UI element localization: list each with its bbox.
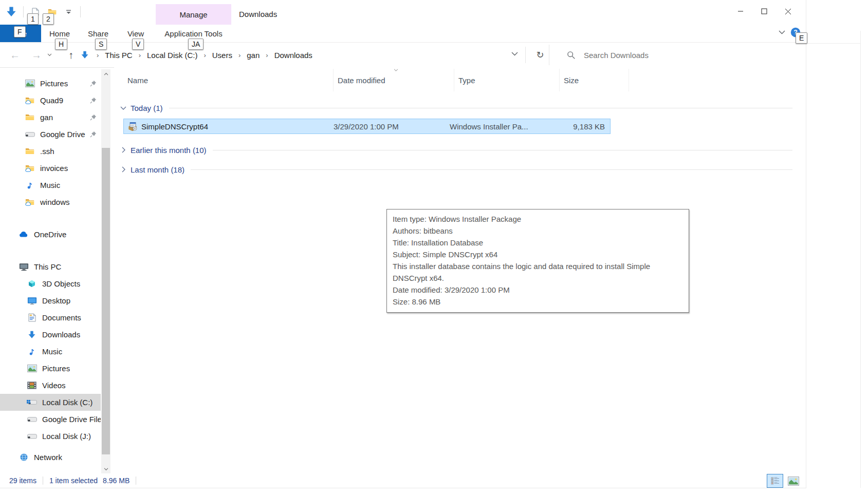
minimize-button[interactable] (729, 0, 752, 23)
sidebar-item-documents[interactable]: Documents (0, 309, 101, 326)
keytip-view: V (132, 39, 144, 50)
column-header-label: Name (127, 76, 148, 85)
chevron-down-icon[interactable] (119, 106, 127, 110)
scroll-up-arrow-icon[interactable] (101, 69, 110, 78)
sidebar-item-quad9[interactable]: Quad9 (0, 92, 101, 109)
chevron-right-icon[interactable] (119, 147, 127, 153)
sidebar-item-google-drive[interactable]: Google Drive (0, 126, 101, 143)
column-header-date-modified[interactable]: Date modified (334, 69, 454, 91)
breadcrumb-segment[interactable]: Local Disk (C:) (146, 50, 198, 61)
group-header-last-month[interactable]: Last month (18) (119, 163, 801, 176)
file-type: Windows Installer Pa... (450, 122, 528, 131)
background-window-edge (860, 31, 861, 488)
sidebar-item-windows[interactable]: windows (0, 194, 101, 211)
breadcrumb-segment[interactable]: Users (211, 50, 233, 61)
divider (525, 47, 526, 63)
window-title: Downloads (239, 10, 277, 18)
group-header-today[interactable]: Today (1) (119, 102, 801, 114)
details-view-button[interactable] (767, 474, 783, 488)
file-row-simplednscrypt64[interactable]: SimpleDNSCrypt643/29/2020 1:00 PMWindows… (123, 119, 611, 134)
keytip-application-tools: JA (188, 39, 204, 50)
pin-icon (90, 131, 97, 138)
sidebar-item-downloads[interactable]: Downloads (0, 326, 101, 343)
column-header-size[interactable]: Size (560, 69, 629, 91)
sidebar-item-label: 3D Objects (42, 279, 80, 288)
background-window-edge (806, 43, 860, 44)
sidebar-item-label: .ssh (40, 147, 54, 156)
group-separator-line (213, 150, 792, 150)
chevron-right-icon[interactable] (119, 166, 127, 173)
selection-count: 1 item selected (49, 476, 98, 485)
status-bar: 29 items 1 item selected 8.96 MB (0, 473, 806, 488)
sidebar-item-label: Local Disk (C:) (42, 398, 93, 407)
forward-button[interactable]: → (26, 50, 47, 60)
customize-qat-dropdown-icon[interactable] (62, 5, 75, 18)
sidebar-item-local-disk-c[interactable]: Local Disk (C:) (0, 394, 101, 411)
items-count: 29 items (9, 476, 36, 485)
sidebar-item-videos[interactable]: Videos (0, 377, 101, 394)
column-header-type[interactable]: Type (454, 69, 560, 91)
close-button[interactable] (776, 0, 800, 23)
desktop-icon (27, 297, 37, 305)
breadcrumb-segment[interactable]: Downloads (273, 50, 313, 61)
sidebar-item-label: This PC (34, 262, 61, 271)
sidebar-item-pictures[interactable]: Pictures (0, 75, 101, 92)
scrollbar-thumb[interactable] (102, 148, 110, 454)
sidebar-item-gan[interactable]: gan (0, 109, 101, 126)
breadcrumb-chevron-icon[interactable]: › (198, 51, 211, 59)
downloads-location-icon (5, 5, 17, 18)
address-dropdown-chevron-icon[interactable] (511, 52, 518, 56)
refresh-button[interactable]: ↻ (531, 46, 549, 64)
sidebar-item-network[interactable]: Network (0, 449, 101, 466)
search-box[interactable] (549, 45, 800, 65)
scroll-down-arrow-icon[interactable] (101, 465, 110, 473)
folder-cloud-icon (25, 97, 35, 104)
sidebar-item-onedrive[interactable]: OneDrive (0, 226, 101, 243)
breadcrumb-chevron-icon[interactable]: › (134, 51, 146, 59)
expand-ribbon-chevron-icon[interactable] (779, 30, 785, 34)
group-header-earlier-this-month[interactable]: Earlier this month (10) (119, 144, 801, 156)
breadcrumb-chevron-icon[interactable]: › (233, 51, 246, 59)
sidebar-item-music[interactable]: Music (0, 177, 101, 194)
sidebar-item-pictures[interactable]: Pictures (0, 360, 101, 377)
breadcrumb-segment[interactable]: This PC (104, 50, 133, 61)
column-header-name[interactable]: Name (123, 69, 334, 91)
sidebar-item-label: Documents (42, 313, 81, 322)
sidebar-item-local-disk-j[interactable]: Local Disk (J:) (0, 428, 101, 445)
keytip-share: S (95, 39, 107, 50)
breadcrumb-chevron-icon[interactable]: › (91, 51, 104, 59)
divider (23, 6, 24, 17)
thumbnails-view-button[interactable] (785, 474, 802, 488)
address-bar[interactable]: ›This PC›Local Disk (C:)›Users›gan›Downl… (77, 46, 525, 64)
drive-icon (25, 131, 35, 138)
videos-icon (27, 381, 37, 389)
contextual-tab-header: Manage (156, 4, 231, 25)
sidebar-item-this-pc[interactable]: This PC (0, 258, 101, 275)
sidebar-item-music[interactable]: Music (0, 343, 101, 360)
pin-icon (90, 80, 97, 87)
tooltip-line: This installer database contains the log… (393, 260, 684, 284)
window-controls (729, 0, 800, 23)
sidebar-item-invoices[interactable]: invoices (0, 160, 101, 177)
sidebar-item-desktop[interactable]: Desktop (0, 292, 101, 309)
pin-icon (90, 114, 97, 121)
divider (80, 6, 81, 17)
tooltip-line: Authors: bitbeans (393, 225, 684, 237)
group-label: Earlier this month (10) (131, 146, 207, 155)
sidebar-item-ssh[interactable]: .ssh (0, 143, 101, 160)
breadcrumb-chevron-icon[interactable]: › (261, 51, 273, 59)
sidebar-scrollbar[interactable] (101, 69, 110, 473)
selection-size: 8.96 MB (103, 476, 130, 485)
file-explorer-window: Manage Downloads File Home Share View Ap… (0, 0, 806, 488)
breadcrumb-segment[interactable]: gan (246, 50, 261, 61)
sidebar-item-label: windows (40, 198, 70, 206)
sidebar-item-google-drive-file[interactable]: Google Drive File (0, 411, 101, 428)
documents-icon (27, 313, 37, 322)
back-button[interactable]: ← (4, 50, 26, 60)
disk-windows-icon (27, 399, 37, 406)
sidebar-item-3d-objects[interactable]: 3D Objects (0, 275, 101, 292)
maximize-button[interactable] (752, 0, 776, 23)
folder-cloud-icon (25, 198, 35, 206)
recent-locations-chevron-icon[interactable] (47, 53, 61, 56)
search-input[interactable] (583, 50, 800, 60)
